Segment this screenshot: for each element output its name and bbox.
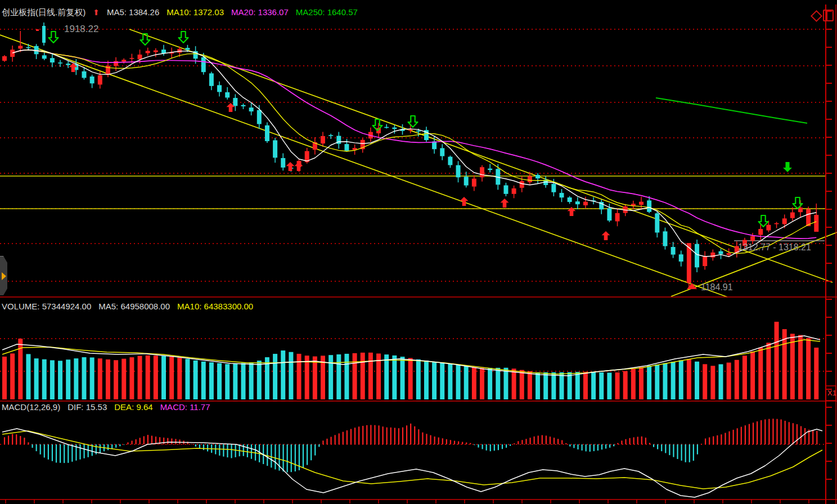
trading-app-window: 创业板指(日线.前复权) ⬆ MA5: 1384.26 MA10: 1372.0… xyxy=(0,0,837,504)
macd-params-label: MACD(12,26,9) xyxy=(2,402,60,412)
period-low-label: 1184.91 xyxy=(701,282,733,292)
up-arrow-icon: ⬆ xyxy=(93,8,100,17)
macd-pane-header: MACD(12,26,9) DIF: 15.53 DEA: 9.64 MACD:… xyxy=(2,402,210,412)
zoom-factor-label: X1 xyxy=(827,389,836,397)
chart-canvas[interactable] xyxy=(0,0,837,504)
ma250-value-label: MA250: 1640.57 xyxy=(296,7,358,17)
period-high-label: 1918.22 xyxy=(64,24,98,35)
expand-arrow-icon xyxy=(2,272,6,280)
gap-range-label: 1312.77 - 1318.21 xyxy=(738,242,811,253)
ma5-value-label: MA5: 1384.26 xyxy=(107,7,159,17)
dif-value-label: DIF: 15.53 xyxy=(68,402,107,412)
volume-value-label: VOLUME: 57344924.00 xyxy=(2,302,91,311)
instrument-title: 创业板指(日线.前复权) xyxy=(2,7,86,18)
ma20-value-label: MA20: 1336.07 xyxy=(231,7,289,17)
macd-value-label: MACD: 11.77 xyxy=(160,402,210,412)
split-window-icon[interactable] xyxy=(823,10,834,21)
ma10-value-label: MA10: 1372.03 xyxy=(166,7,224,17)
volume-pane-header: VOLUME: 57344924.00 MA5: 64958008.00 MA1… xyxy=(2,302,253,311)
volume-ma5-label: MA5: 64958008.00 xyxy=(98,302,170,311)
dea-value-label: DEA: 9.64 xyxy=(114,402,152,412)
price-pane-header: 创业板指(日线.前复权) ⬆ MA5: 1384.26 MA10: 1372.0… xyxy=(2,7,358,18)
volume-ma10-label: MA10: 64383300.00 xyxy=(177,302,253,311)
